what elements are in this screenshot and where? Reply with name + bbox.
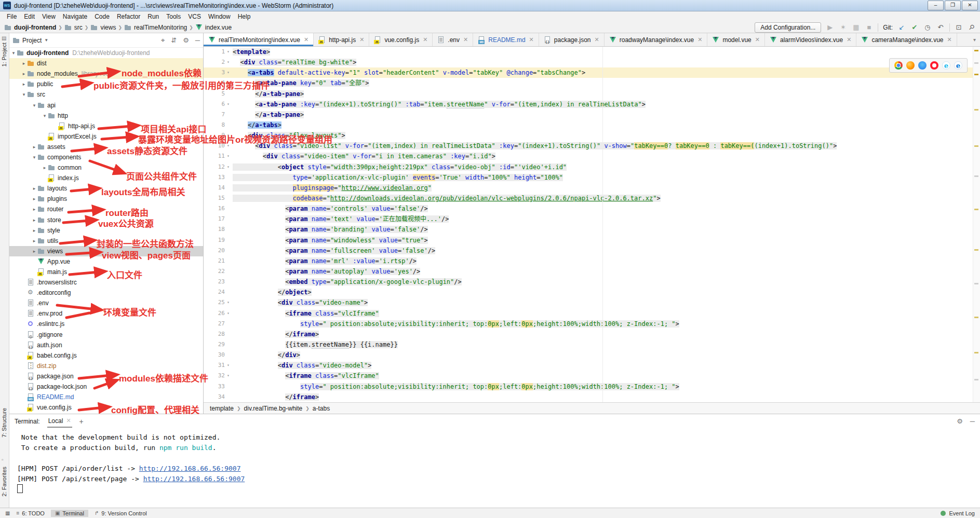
editor-tab[interactable]: roadwayManage\index.vue✕ [605,33,708,46]
tabs-overflow-icon[interactable]: ▾ [973,33,980,46]
editor-breadcrumb-item[interactable]: div.realTime.bg-white [244,405,303,412]
terminal-hide-icon[interactable]: ─ [970,417,975,425]
close-button[interactable]: ✕ [962,1,978,10]
editor-tab[interactable]: cameraManage\index.vue✕ [856,33,957,46]
firefox-browser-icon[interactable] [906,61,915,70]
debug-icon[interactable]: ✶ [839,23,847,31]
chevron-expanded-icon[interactable]: ▾ [10,50,17,56]
tree-item-style[interactable]: ▸style [9,225,203,236]
code-line[interactable]: 10▾ <div class="video-list" v-for="(item… [204,141,980,151]
code-line[interactable]: 3▾ <a-tabs default-active-key="1" slot="… [204,67,980,78]
tree-item-vue.config.js[interactable]: vue.config.js [9,402,203,413]
fold-icon[interactable]: ▾ [225,57,232,67]
code-line[interactable]: 22 <param name='autoplay' value='yes'/> [204,266,980,277]
fold-icon[interactable]: ▾ [225,297,232,308]
minimize-button[interactable]: – [928,1,944,10]
project-view-title[interactable]: Project [22,37,42,44]
statusbar-todo[interactable]: ≡6: TODO [12,510,48,517]
code-line[interactable]: 12▾ <object style="width:390px;height:21… [204,162,980,172]
menu-item-file[interactable]: File [3,12,20,21]
terminal-prompt[interactable] [17,484,980,495]
locate-file-icon[interactable]: ⌖ [161,36,165,45]
breadcrumb-item[interactable]: realTimeMonitoring [124,24,187,31]
new-terminal-session-icon[interactable]: + [79,417,84,426]
terminal-tab-local[interactable]: Local ✕ [47,415,72,428]
chrome-browser-icon[interactable] [894,61,903,70]
menu-item-window[interactable]: Window [205,12,234,21]
chevron-expanded-icon[interactable]: ▾ [21,92,27,97]
fold-icon[interactable]: ▾ [225,99,232,110]
tree-item-importExcel.js[interactable]: importExcel.js [9,131,203,142]
tree-item-store[interactable]: ▸store [9,215,203,225]
chevron-collapsed-icon[interactable]: ▸ [31,249,37,254]
statusbar-terminal[interactable]: ▣Terminal [51,510,88,517]
code-line[interactable]: 16 <param name='controls' value='false'/… [204,203,980,214]
menu-item-tools[interactable]: Tools [163,12,184,21]
breadcrumb-item[interactable]: index.vue [195,24,232,31]
close-icon[interactable]: ✕ [595,36,599,43]
close-icon[interactable]: ✕ [423,36,427,43]
fold-icon[interactable]: ▾ [225,78,232,88]
edge-browser-icon[interactable]: e [954,61,962,70]
fold-icon[interactable]: ▾ [225,151,232,161]
menu-item-help[interactable]: Help [234,12,254,21]
close-icon[interactable]: ✕ [847,36,851,43]
tree-item-public[interactable]: ▸public [9,79,203,89]
code-line[interactable]: 15 codebase="http://downloads.videolan.o… [204,193,980,203]
tree-item-App.vue[interactable]: App.vue [9,256,203,267]
fold-icon[interactable]: ▾ [225,308,232,319]
tree-item-common[interactable]: ▸common [9,162,203,173]
fold-icon[interactable]: ▾ [225,47,232,57]
code-area[interactable]: 1▾<template>2▾ <div class="realTime bg-w… [204,47,980,402]
collapse-all-icon[interactable]: ⇵ [171,36,177,44]
fold-icon[interactable]: ▾ [225,162,232,172]
terminal-link[interactable]: http://192.168.66.56:9007 [139,465,241,472]
tree-item-assets[interactable]: ▸assets [9,142,203,152]
menu-item-vcs[interactable]: VCS [184,12,205,21]
close-icon[interactable]: ✕ [304,36,308,43]
editor-tab[interactable]: vue.config.js✕ [369,33,433,46]
breadcrumb-item[interactable]: duoji-frontend [4,24,56,31]
code-line[interactable]: 33 style=" position:absolute;visibility:… [204,381,980,392]
tree-item-utils[interactable]: ▸utils [9,236,203,246]
tree-item-router[interactable]: ▸router [9,204,203,214]
close-icon[interactable]: ✕ [463,36,468,43]
code-line[interactable]: 8 </a-tabs> [204,120,980,130]
code-line[interactable]: 5 </a-tab-pane> [204,89,980,99]
tree-item-README.md[interactable]: README.md [9,392,203,402]
chevron-expanded-icon[interactable]: ▾ [42,113,48,118]
code-line[interactable]: 32▾ <iframe class="vlcIframe" [204,371,980,381]
code-line[interactable]: 29 {{item.streetName}} {{i.name}} [204,339,980,350]
tool-stripe-project[interactable]: 1: Project [1,43,7,66]
menu-item-code[interactable]: Code [91,12,113,21]
tree-item-index.js[interactable]: index.js [9,173,203,183]
event-log-label[interactable]: Event Log [949,510,975,516]
close-icon[interactable]: ✕ [529,36,534,43]
tree-item-http-api.js[interactable]: http-api.js [9,121,203,131]
fold-icon[interactable]: ▾ [225,130,232,141]
chevron-collapsed-icon[interactable]: ▸ [31,238,37,243]
chevron-down-icon[interactable]: ▼ [44,38,48,43]
code-line[interactable]: 17 <param name='text' value='正在加载视频中...'… [204,214,980,224]
chevron-collapsed-icon[interactable]: ▸ [21,71,27,76]
search-everywhere-icon[interactable]: ⚲ [966,22,977,33]
tool-stripe-favorites[interactable]: 2: Favorites [1,467,7,496]
code-line[interactable]: 6▾ <a-tab-pane :key="(index+1).toString(… [204,99,980,110]
tree-item-dist[interactable]: ▸dist [9,58,203,69]
code-line[interactable]: 2▾ <div class="realTime bg-white"> [204,57,980,67]
maximize-button[interactable]: ❐ [945,1,961,10]
code-line[interactable]: 28 </iframe> [204,329,980,339]
code-line[interactable]: 11▾ <div class="video-item" v-for="i in … [204,151,980,161]
menu-item-run[interactable]: Run [144,12,163,21]
chevron-collapsed-icon[interactable]: ▸ [31,217,37,223]
editor-tab[interactable]: model.vue✕ [707,33,765,46]
fold-icon[interactable]: ▾ [225,67,232,78]
stop-icon[interactable]: ■ [865,23,873,31]
safari-browser-icon[interactable] [918,61,927,70]
code-line[interactable]: 18 <param name='branding' value='false'/… [204,224,980,235]
tree-item-.editorconfig[interactable]: .editorconfig [9,288,203,298]
chevron-collapsed-icon[interactable]: ▸ [31,207,37,212]
tree-item-components[interactable]: ▾components [9,152,203,162]
menu-item-navigate[interactable]: Navigate [59,12,91,21]
tool-stripe-structure[interactable]: 7: Structure [1,408,7,438]
